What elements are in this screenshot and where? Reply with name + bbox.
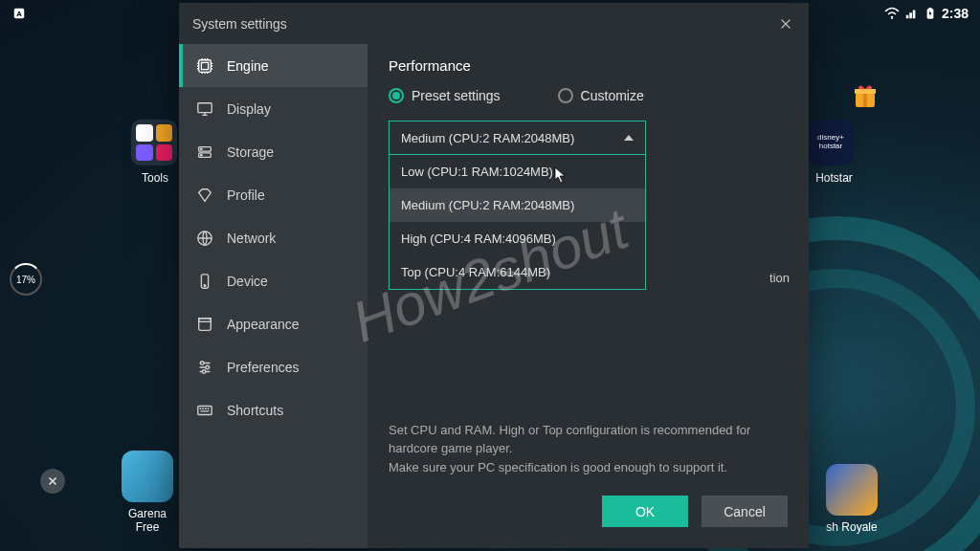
- hotstar-app[interactable]: disney+ hotstar Hotstar: [808, 120, 860, 185]
- sidebar-item-appearance[interactable]: Appearance: [179, 302, 368, 345]
- sidebar-item-display[interactable]: Display: [179, 87, 368, 130]
- svg-point-17: [204, 284, 206, 286]
- svg-point-21: [206, 365, 210, 369]
- shortcuts-icon: [196, 402, 213, 419]
- radio-preset-settings[interactable]: Preset settings: [389, 88, 501, 103]
- modal-header: System settings: [179, 3, 809, 44]
- performance-preset-dropdown[interactable]: Medium (CPU:2 RAM:2048MB) Low (CPU:1 RAM…: [389, 121, 646, 290]
- display-icon: [196, 100, 213, 118]
- wifi-icon: [884, 6, 900, 21]
- preferences-icon: [196, 359, 213, 376]
- sidebar-item-label: Profile: [227, 187, 265, 203]
- radio-customize[interactable]: Customize: [558, 88, 644, 103]
- section-title-performance: Performance: [389, 57, 788, 74]
- svg-point-2: [891, 17, 893, 19]
- help-text: Set CPU and RAM. High or Top configurati…: [389, 421, 788, 477]
- dismiss-button[interactable]: [40, 469, 65, 494]
- sidebar-item-label: Display: [227, 101, 271, 117]
- dock-label: Garena Free: [120, 507, 175, 534]
- app-badge-icon: A: [11, 6, 27, 21]
- engine-icon: [196, 57, 213, 75]
- progress-indicator: 17%: [10, 263, 42, 296]
- obscured-text-fragment: tion: [769, 271, 790, 285]
- svg-point-13: [201, 148, 202, 149]
- hotstar-label: Hotstar: [808, 171, 860, 185]
- radio-label: Preset settings: [412, 88, 501, 103]
- svg-rect-6: [863, 93, 867, 107]
- sidebar-item-label: Appearance: [227, 317, 300, 332]
- modal-title: System settings: [192, 16, 287, 32]
- radio-icon: [558, 88, 573, 103]
- device-icon: [196, 273, 213, 290]
- svg-point-14: [201, 154, 202, 155]
- dropdown-option-top[interactable]: Top (CPU:4 RAM:6144MB): [390, 255, 645, 289]
- sidebar-item-label: Network: [227, 231, 276, 246]
- svg-rect-4: [928, 8, 931, 10]
- svg-rect-7: [855, 89, 876, 94]
- dropdown-options-list: Low (CPU:1 RAM:1024MB) Medium (CPU:2 RAM…: [390, 154, 645, 289]
- battery-icon: [923, 6, 938, 21]
- sidebar-item-preferences[interactable]: Preferences: [179, 345, 368, 388]
- hotstar-tile: disney+ hotstar: [808, 120, 854, 165]
- settings-content: Performance Preset settings Customize Me…: [368, 44, 809, 548]
- close-button[interactable]: [776, 14, 795, 33]
- gift-icon[interactable]: [851, 81, 880, 110]
- svg-rect-18: [199, 318, 212, 330]
- chevron-up-icon: [624, 135, 634, 141]
- appearance-icon: [196, 316, 213, 333]
- network-icon: [196, 230, 213, 247]
- sidebar-item-profile[interactable]: Profile: [179, 173, 368, 216]
- ok-button[interactable]: OK: [602, 496, 688, 527]
- sidebar-item-engine[interactable]: Engine: [179, 44, 368, 87]
- svg-rect-9: [201, 62, 208, 69]
- dropdown-option-medium[interactable]: Medium (CPU:2 RAM:2048MB): [390, 188, 645, 222]
- profile-icon: [196, 187, 213, 204]
- tools-label: Tools: [131, 171, 179, 185]
- sidebar-item-device[interactable]: Device: [179, 259, 368, 302]
- close-icon: [779, 17, 792, 31]
- status-time: 2:38: [942, 6, 969, 21]
- sidebar-item-label: Storage: [227, 144, 274, 160]
- svg-point-22: [202, 369, 206, 373]
- dock-label: sh Royale: [824, 520, 880, 534]
- svg-rect-8: [199, 59, 212, 72]
- storage-icon: [196, 143, 213, 161]
- settings-modal: System settings Engine Display Storage P…: [179, 3, 809, 548]
- svg-rect-23: [198, 406, 212, 414]
- sidebar-item-label: Shortcuts: [227, 403, 283, 418]
- dropdown-option-low[interactable]: Low (CPU:1 RAM:1024MB): [390, 155, 645, 188]
- sidebar-item-label: Engine: [227, 58, 269, 74]
- radio-label: Customize: [581, 88, 644, 103]
- svg-rect-10: [198, 102, 212, 112]
- dock-app-clash[interactable]: sh Royale: [824, 464, 880, 534]
- settings-sidebar: Engine Display Storage Profile Network D…: [179, 44, 368, 548]
- sidebar-item-network[interactable]: Network: [179, 216, 368, 259]
- signal-icon: [903, 6, 919, 21]
- dropdown-selected-value[interactable]: Medium (CPU:2 RAM:2048MB): [390, 121, 645, 154]
- svg-text:A: A: [16, 10, 22, 18]
- sidebar-item-label: Device: [227, 274, 268, 289]
- sidebar-item-label: Preferences: [227, 360, 299, 375]
- dropdown-option-high[interactable]: High (CPU:4 RAM:4096MB): [390, 222, 645, 255]
- radio-icon: [389, 88, 404, 103]
- svg-rect-19: [199, 318, 212, 321]
- dock-app-garena[interactable]: Garena Free: [120, 451, 175, 534]
- cancel-button[interactable]: Cancel: [702, 496, 788, 527]
- tools-folder[interactable]: Tools: [131, 120, 179, 185]
- sidebar-item-storage[interactable]: Storage: [179, 130, 368, 173]
- sidebar-item-shortcuts[interactable]: Shortcuts: [179, 388, 368, 431]
- svg-point-20: [201, 361, 205, 364]
